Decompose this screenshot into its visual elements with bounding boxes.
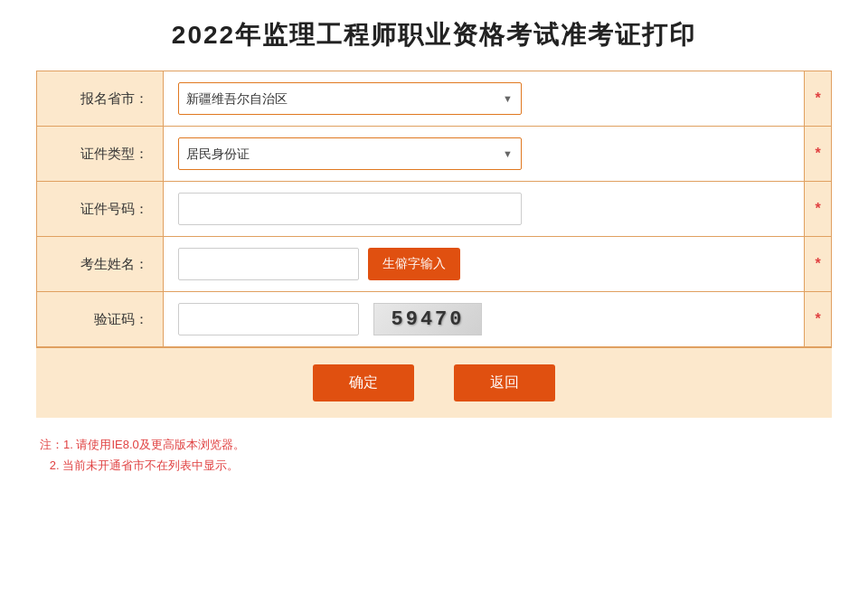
cert-type-required-star: * [815,146,820,161]
name-input-cell: 生僻字输入 [164,237,805,292]
province-select-wrapper: 新疆维吾尔自治区 北京 上海 广东 浙江 [178,82,522,115]
captcha-input-row: 59470 [178,303,789,335]
back-button[interactable]: 返回 [454,364,555,401]
captcha-input[interactable] [178,303,359,335]
captcha-image-text: 59470 [374,304,481,335]
name-label: 考生姓名： [37,237,164,292]
captcha-image[interactable]: 59470 [373,303,482,335]
cert-no-input[interactable] [178,193,522,225]
cert-type-select-wrapper: 居民身份证 护照 港澳台居民来往内地通行证 [178,137,522,170]
captcha-label: 验证码： [37,292,164,347]
page-container: 2022年监理工程师职业资格考试准考证打印 报名省市： 新疆维吾尔自治区 北京 … [36,18,832,484]
captcha-row: 验证码： 59470 * [37,292,832,347]
name-input[interactable] [178,248,359,280]
handwriting-button[interactable]: 生僻字输入 [368,248,460,280]
captcha-required-cell: * [805,292,832,347]
note-prefix: 注： [40,438,63,451]
cert-no-row: 证件号码： * [37,182,832,237]
name-required-cell: * [805,237,832,292]
province-input-cell: 新疆维吾尔自治区 北京 上海 广东 浙江 [164,71,805,127]
cert-type-label: 证件类型： [37,127,164,182]
cert-type-select[interactable]: 居民身份证 护照 港澳台居民来往内地通行证 [178,137,522,170]
province-row: 报名省市： 新疆维吾尔自治区 北京 上海 广东 浙江 * [37,71,832,127]
note-1: 1. 请使用IE8.0及更高版本浏览器。 [63,438,245,451]
note-spacer [40,458,50,472]
cert-no-label: 证件号码： [37,182,164,237]
button-row: 确定 返回 [36,347,832,418]
cert-type-row: 证件类型： 居民身份证 护照 港澳台居民来往内地通行证 * [37,127,832,182]
page-title: 2022年监理工程师职业资格考试准考证打印 [36,18,832,52]
note-text-1: 注：1. 请使用IE8.0及更高版本浏览器。 [40,434,828,455]
province-select[interactable]: 新疆维吾尔自治区 北京 上海 广东 浙江 [178,82,522,115]
name-required-star: * [815,256,820,271]
cert-type-input-cell: 居民身份证 护照 港澳台居民来往内地通行证 [164,127,805,182]
province-label: 报名省市： [37,71,164,127]
note-2: 2. 当前未开通省市不在列表中显示。 [50,458,239,472]
cert-type-required-cell: * [805,127,832,182]
note-text-2: 2. 当前未开通省市不在列表中显示。 [40,455,828,476]
cert-no-input-cell [164,182,805,237]
cert-no-required-star: * [815,201,820,216]
confirm-button[interactable]: 确定 [313,364,414,401]
captcha-input-cell: 59470 [164,292,805,347]
form-table: 报名省市： 新疆维吾尔自治区 北京 上海 广东 浙江 * 证件类型： [36,71,832,347]
cert-no-required-cell: * [805,182,832,237]
province-required-star: * [815,90,820,106]
province-required-cell: * [805,71,832,127]
captcha-required-star: * [815,311,820,326]
name-input-row: 生僻字输入 [178,248,789,280]
name-row: 考生姓名： 生僻字输入 * [37,237,832,292]
note-section: 注：1. 请使用IE8.0及更高版本浏览器。 2. 当前未开通省市不在列表中显示… [36,427,832,484]
